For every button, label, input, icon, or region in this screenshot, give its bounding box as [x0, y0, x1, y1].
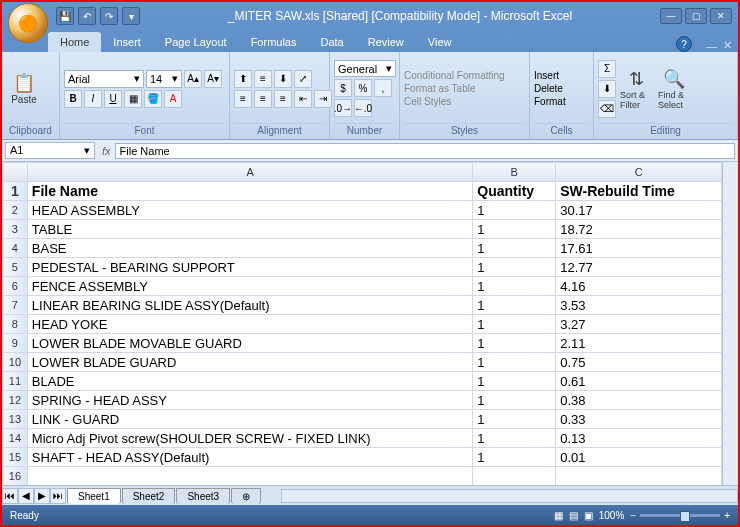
cell[interactable]: HEAD YOKE: [27, 315, 472, 334]
indent-dec-icon[interactable]: ⇤: [294, 90, 312, 108]
insert-cells-button[interactable]: Insert: [534, 70, 566, 81]
number-format-dropdown[interactable]: General▾: [334, 60, 396, 77]
row-header[interactable]: 10: [3, 353, 28, 372]
underline-button[interactable]: U: [104, 90, 122, 108]
cell[interactable]: 3.27: [556, 315, 722, 334]
find-select-button[interactable]: 🔍Find & Select: [656, 66, 692, 112]
sheet-tab-1[interactable]: Sheet1: [67, 488, 121, 504]
align-right-icon[interactable]: ≡: [274, 90, 292, 108]
zoom-slider[interactable]: [640, 514, 720, 517]
cell[interactable]: 1: [473, 201, 556, 220]
cell[interactable]: SW-Rebuild Time: [556, 182, 722, 201]
cell[interactable]: LOWER BLADE MOVABLE GUARD: [27, 334, 472, 353]
border-button[interactable]: ▦: [124, 90, 142, 108]
tab-page-layout[interactable]: Page Layout: [153, 32, 239, 52]
font-name-dropdown[interactable]: Arial▾: [64, 70, 144, 88]
cell[interactable]: 1: [473, 239, 556, 258]
zoom-in-icon[interactable]: +: [724, 510, 730, 521]
cell[interactable]: File Name: [27, 182, 472, 201]
row-header[interactable]: 6: [3, 277, 28, 296]
tab-formulas[interactable]: Formulas: [239, 32, 309, 52]
shrink-font-icon[interactable]: A▾: [204, 70, 222, 88]
fill-icon[interactable]: ⬇: [598, 80, 616, 98]
tab-home[interactable]: Home: [48, 32, 101, 52]
ribbon-min-icon[interactable]: —: [706, 40, 717, 52]
delete-cells-button[interactable]: Delete: [534, 83, 566, 94]
cell[interactable]: 1: [473, 334, 556, 353]
cell[interactable]: 1: [473, 315, 556, 334]
align-left-icon[interactable]: ≡: [234, 90, 252, 108]
cell[interactable]: 30.17: [556, 201, 722, 220]
view-layout-icon[interactable]: ▤: [569, 510, 578, 521]
percent-icon[interactable]: %: [354, 79, 372, 97]
minimize-button[interactable]: —: [660, 8, 682, 24]
cell[interactable]: LOWER BLADE GUARD: [27, 353, 472, 372]
worksheet-grid[interactable]: ABC1File NameQuantitySW-Rebuild Time2HEA…: [2, 162, 722, 485]
row-header[interactable]: 1: [3, 182, 28, 201]
row-header[interactable]: 12: [3, 391, 28, 410]
font-color-button[interactable]: A: [164, 90, 182, 108]
ribbon-close-icon[interactable]: ✕: [723, 39, 732, 52]
conditional-formatting-button[interactable]: Conditional Formatting: [404, 70, 505, 81]
row-header[interactable]: 15: [3, 448, 28, 467]
cell[interactable]: 1: [473, 296, 556, 315]
fx-icon[interactable]: fx: [102, 145, 111, 157]
cell[interactable]: 0.13: [556, 429, 722, 448]
close-button[interactable]: ✕: [710, 8, 732, 24]
cell[interactable]: FENCE ASSEMBLY: [27, 277, 472, 296]
grow-font-icon[interactable]: A▴: [184, 70, 202, 88]
cell[interactable]: 1: [473, 258, 556, 277]
sheet-nav-first-icon[interactable]: ⏮: [2, 488, 18, 504]
col-header-B[interactable]: B: [473, 163, 556, 182]
cell[interactable]: BLADE: [27, 372, 472, 391]
format-cells-button[interactable]: Format: [534, 96, 566, 107]
format-as-table-button[interactable]: Format as Table: [404, 83, 505, 94]
inc-decimal-icon[interactable]: .0→: [334, 99, 352, 117]
cell[interactable]: Micro Adj Pivot screw(SHOULDER SCREW - F…: [27, 429, 472, 448]
sort-filter-button[interactable]: ⇅Sort & Filter: [618, 66, 654, 112]
cell[interactable]: SHAFT - HEAD ASSY(Default): [27, 448, 472, 467]
name-box[interactable]: A1▾: [5, 142, 95, 159]
row-header[interactable]: 3: [3, 220, 28, 239]
redo-icon[interactable]: ↷: [100, 7, 118, 25]
cell[interactable]: 1: [473, 429, 556, 448]
cell[interactable]: 18.72: [556, 220, 722, 239]
sheet-nav-next-icon[interactable]: ▶: [34, 488, 50, 504]
zoom-level[interactable]: 100%: [599, 510, 625, 521]
save-icon[interactable]: 💾: [56, 7, 74, 25]
tab-view[interactable]: View: [416, 32, 464, 52]
italic-button[interactable]: I: [84, 90, 102, 108]
zoom-out-icon[interactable]: −: [630, 510, 636, 521]
cell[interactable]: 1: [473, 410, 556, 429]
tab-review[interactable]: Review: [356, 32, 416, 52]
cell[interactable]: 3.53: [556, 296, 722, 315]
cell[interactable]: 1: [473, 391, 556, 410]
office-button[interactable]: 🟠: [8, 3, 48, 43]
cell[interactable]: 0.75: [556, 353, 722, 372]
view-break-icon[interactable]: ▣: [584, 510, 593, 521]
fill-color-button[interactable]: 🪣: [144, 90, 162, 108]
cell[interactable]: [473, 467, 556, 486]
vertical-scrollbar[interactable]: [722, 162, 738, 485]
select-all-cell[interactable]: [3, 163, 28, 182]
align-bottom-icon[interactable]: ⬇: [274, 70, 292, 88]
row-header[interactable]: 11: [3, 372, 28, 391]
cell[interactable]: LINK - GUARD: [27, 410, 472, 429]
tab-insert[interactable]: Insert: [101, 32, 153, 52]
autosum-icon[interactable]: Σ: [598, 60, 616, 78]
cell[interactable]: 4.16: [556, 277, 722, 296]
cell[interactable]: Quantity: [473, 182, 556, 201]
row-header[interactable]: 7: [3, 296, 28, 315]
row-header[interactable]: 16: [3, 467, 28, 486]
maximize-button[interactable]: ▢: [685, 8, 707, 24]
col-header-C[interactable]: C: [556, 163, 722, 182]
row-header[interactable]: 2: [3, 201, 28, 220]
cell[interactable]: 1: [473, 353, 556, 372]
tab-data[interactable]: Data: [308, 32, 355, 52]
cell[interactable]: HEAD ASSEMBLY: [27, 201, 472, 220]
cell[interactable]: [556, 467, 722, 486]
row-header[interactable]: 4: [3, 239, 28, 258]
undo-icon[interactable]: ↶: [78, 7, 96, 25]
cell[interactable]: BASE: [27, 239, 472, 258]
cell[interactable]: [27, 467, 472, 486]
